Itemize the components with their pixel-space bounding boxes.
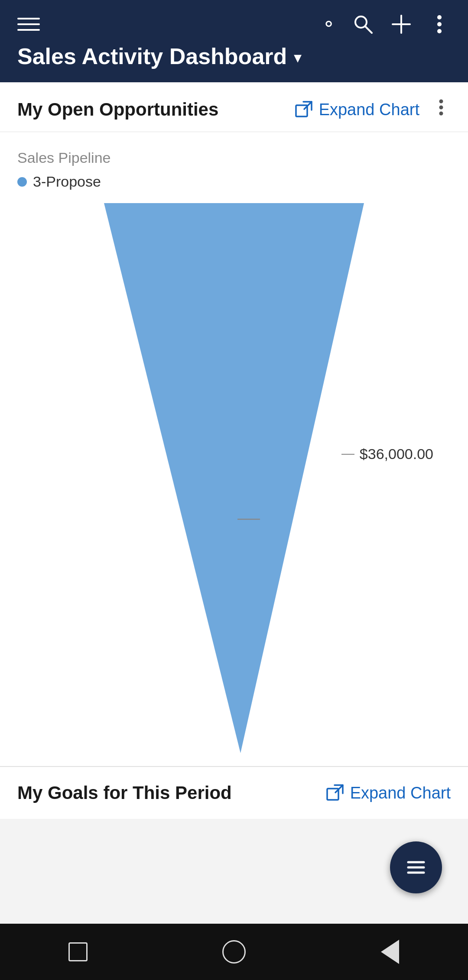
search-button[interactable]: [352, 13, 374, 36]
legend-dot: [17, 177, 27, 187]
svg-point-4: [437, 15, 442, 19]
page-title: Sales Activity Dashboard: [17, 43, 287, 69]
add-button[interactable]: [390, 13, 413, 36]
svg-line-1: [365, 26, 372, 33]
funnel-chart-svg: [17, 203, 451, 766]
svg-point-6: [437, 29, 442, 33]
section-actions: Expand Chart: [295, 98, 451, 121]
legend-label: 3-Propose: [33, 173, 101, 190]
svg-point-11: [439, 112, 443, 116]
goals-expand-chart-button[interactable]: Expand Chart: [326, 784, 451, 802]
android-recent-apps-button[interactable]: [61, 935, 95, 969]
expand-chart-label: Expand Chart: [319, 100, 419, 119]
android-navigation-bar: [0, 924, 468, 980]
nav-right-icons: ⚬: [321, 13, 451, 36]
svg-point-5: [437, 22, 442, 26]
more-options-icon: [432, 98, 451, 117]
nav-icons-row: ⚬: [0, 0, 468, 40]
main-content: My Open Opportunities Expand Chart: [0, 82, 468, 819]
opportunities-section-header: My Open Opportunities Expand Chart: [0, 82, 468, 132]
funnel-value-text: $36,000.00: [360, 446, 433, 463]
expand-chart-icon: [295, 100, 313, 119]
funnel-value-line: [341, 454, 354, 455]
fab-button[interactable]: [390, 841, 442, 893]
top-navigation: ⚬ Sales Activity Dashboard ▾: [0, 0, 468, 82]
funnel-value-label: $36,000.00: [341, 446, 433, 463]
search-icon[interactable]: ⚬: [321, 15, 336, 33]
chart-legend: 3-Propose: [17, 173, 451, 190]
expand-chart-button[interactable]: Expand Chart: [295, 100, 419, 119]
goals-expand-chart-label: Expand Chart: [350, 784, 451, 802]
title-chevron-icon[interactable]: ▾: [294, 49, 302, 67]
android-home-button[interactable]: [217, 935, 251, 969]
goals-section-header: My Goals for This Period Expand Chart: [0, 767, 468, 819]
nav-title-row: Sales Activity Dashboard ▾: [0, 43, 468, 82]
more-options-button[interactable]: [428, 13, 451, 36]
opportunities-title: My Open Opportunities: [17, 99, 218, 120]
chart-container: Sales Pipeline 3-Propose $36,000.00: [0, 132, 468, 766]
android-circle-icon: [222, 940, 246, 964]
svg-point-10: [439, 106, 443, 110]
funnel-shape: [104, 203, 364, 753]
goals-title: My Goals for This Period: [17, 783, 232, 803]
hamburger-menu-button[interactable]: [17, 18, 40, 31]
fab-list-icon: [404, 855, 428, 880]
goals-section-actions: Expand Chart: [326, 784, 451, 802]
android-back-button[interactable]: [373, 935, 407, 969]
android-square-icon: [68, 942, 88, 961]
goals-section: My Goals for This Period Expand Chart: [0, 766, 468, 819]
chart-label: Sales Pipeline: [17, 149, 451, 166]
opportunities-more-options-button[interactable]: [432, 98, 451, 121]
funnel-chart-wrapper: $36,000.00: [17, 203, 451, 766]
goals-expand-chart-icon: [326, 784, 344, 802]
svg-point-9: [439, 100, 443, 103]
android-back-icon: [381, 940, 399, 964]
